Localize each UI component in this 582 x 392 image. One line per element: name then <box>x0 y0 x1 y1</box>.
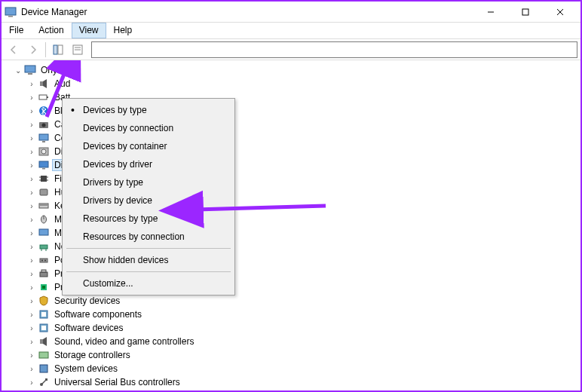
svg-rect-3 <box>522 9 528 15</box>
tree-category[interactable]: ›Security devices <box>27 294 580 308</box>
expand-icon[interactable]: › <box>27 188 36 197</box>
device-manager-window: Device Manager File Action View Help ⌄ O… <box>0 0 582 392</box>
toolbar <box>2 39 580 60</box>
expand-icon[interactable]: › <box>27 147 36 156</box>
menu-item-drivers-by-type[interactable]: Drivers by type <box>65 173 232 191</box>
svg-rect-49 <box>41 326 46 330</box>
window-controls <box>473 2 577 23</box>
keyboard-icon <box>38 200 50 212</box>
expand-icon[interactable]: › <box>27 242 36 251</box>
titlebar: Device Manager <box>2 2 580 23</box>
tree-category[interactable]: ›System devices <box>27 362 580 375</box>
menu-item-devices-by-connection[interactable]: Devices by connection <box>65 119 232 137</box>
display-icon <box>38 159 50 171</box>
svg-rect-6 <box>54 45 57 54</box>
expand-icon[interactable]: › <box>27 351 36 360</box>
svg-rect-30 <box>40 189 47 195</box>
expand-icon[interactable]: › <box>27 337 36 346</box>
svg-point-18 <box>42 124 46 127</box>
properties-button[interactable] <box>69 41 87 59</box>
tree-category-label: Aud <box>53 78 72 89</box>
collapse-icon[interactable]: ⌄ <box>14 66 23 75</box>
address-bar[interactable] <box>91 41 577 58</box>
svg-rect-19 <box>39 134 48 140</box>
content-area: ⌄ Onyma ›Aud›Batt›Blue›Cam›Com›Disk›Disp… <box>2 60 580 390</box>
expand-icon[interactable]: › <box>27 283 36 292</box>
expand-icon[interactable]: › <box>27 323 36 332</box>
network-icon <box>38 240 50 253</box>
expand-icon[interactable]: › <box>27 133 36 142</box>
expand-icon[interactable]: › <box>27 215 36 224</box>
menu-file[interactable]: File <box>2 23 31 38</box>
menu-action[interactable]: Action <box>31 23 71 38</box>
tree-root[interactable]: ⌄ Onyma <box>14 63 580 77</box>
svg-rect-13 <box>40 81 43 86</box>
expand-icon[interactable]: › <box>27 269 36 278</box>
toolbar-separator <box>45 42 46 57</box>
expand-icon[interactable]: › <box>27 256 36 265</box>
menu-item-devices-by-container[interactable]: Devices by container <box>65 137 232 155</box>
expand-icon[interactable]: › <box>27 79 36 88</box>
svg-rect-15 <box>47 96 48 98</box>
close-button[interactable] <box>543 2 577 23</box>
svg-rect-11 <box>25 66 35 72</box>
tree-category-label: Storage controllers <box>53 350 132 360</box>
expand-icon[interactable]: › <box>27 120 36 129</box>
hid-icon <box>38 186 50 198</box>
menu-item-resources-by-type[interactable]: Resources by type <box>65 210 232 228</box>
expand-icon[interactable]: › <box>27 174 36 183</box>
svg-rect-31 <box>39 204 48 208</box>
svg-point-40 <box>41 260 43 262</box>
expand-icon[interactable]: › <box>27 310 36 319</box>
expand-icon[interactable]: › <box>27 228 36 237</box>
menu-view[interactable]: View <box>72 23 106 38</box>
expand-icon[interactable]: › <box>27 296 36 305</box>
storage-icon <box>38 349 50 361</box>
tree-category[interactable]: ›Sound, video and game controllers <box>27 335 580 348</box>
menu-separator <box>66 271 231 272</box>
svg-rect-42 <box>40 272 47 277</box>
tree-category-label: Sound, video and game controllers <box>53 336 195 347</box>
svg-rect-1 <box>8 16 13 17</box>
expand-icon[interactable]: › <box>27 106 36 115</box>
tree-category[interactable]: ›Software components <box>27 308 580 321</box>
svg-rect-35 <box>39 229 48 235</box>
menu-help[interactable]: Help <box>106 23 140 38</box>
expand-icon[interactable]: › <box>27 364 36 373</box>
expand-icon[interactable]: › <box>27 161 36 170</box>
window-title: Device Manager <box>21 7 473 17</box>
svg-rect-12 <box>28 73 32 75</box>
svg-point-22 <box>41 149 46 154</box>
tree-category-label: Software components <box>53 309 143 320</box>
view-menu-dropdown: Devices by type Devices by connection De… <box>62 98 235 296</box>
usb-icon <box>38 376 50 388</box>
tree-category[interactable]: ›Aud <box>27 77 580 90</box>
expand-icon[interactable]: › <box>27 93 36 102</box>
menu-item-devices-by-type[interactable]: Devices by type <box>65 101 232 119</box>
menu-item-devices-by-driver[interactable]: Devices by driver <box>65 155 232 173</box>
maximize-button[interactable] <box>508 2 543 23</box>
speaker-icon <box>38 78 50 90</box>
menu-item-resources-by-connection[interactable]: Resources by connection <box>65 228 232 246</box>
tree-root-label: Onyma <box>39 65 72 75</box>
expand-icon[interactable]: › <box>27 378 36 387</box>
svg-rect-47 <box>41 312 46 317</box>
tree-category-label: Security devices <box>53 296 121 306</box>
tree-category[interactable]: ›Software devices <box>27 321 580 335</box>
battery-icon <box>38 91 50 103</box>
menubar: File Action View Help <box>2 23 580 39</box>
printer-icon <box>38 268 50 280</box>
monitor-icon <box>38 227 50 239</box>
menu-item-drivers-by-device[interactable]: Drivers by device <box>65 191 232 210</box>
expand-icon[interactable]: › <box>27 201 36 210</box>
menu-item-show-hidden[interactable]: Show hidden devices <box>65 251 232 269</box>
tree-category[interactable]: ›Storage controllers <box>27 348 580 362</box>
svg-rect-36 <box>40 245 47 249</box>
svg-rect-20 <box>42 141 45 142</box>
minimize-button[interactable] <box>473 2 508 23</box>
tree-category[interactable]: ›Universal Serial Bus controllers <box>27 375 580 389</box>
svg-rect-50 <box>40 339 43 344</box>
software-icon <box>38 308 50 320</box>
menu-item-customize[interactable]: Customize... <box>65 274 232 292</box>
show-hide-tree-button[interactable] <box>49 41 67 59</box>
